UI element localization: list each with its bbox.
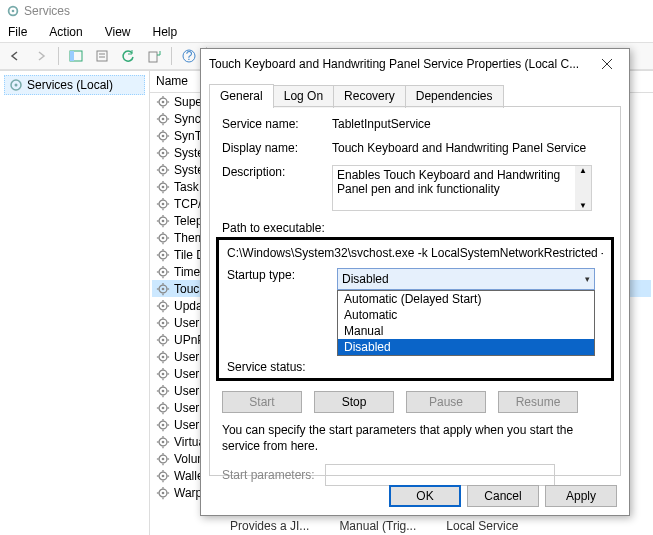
svg-point-80 <box>162 287 165 290</box>
svg-point-116 <box>162 389 165 392</box>
start-params-hint: You can specify the start parameters tha… <box>222 423 608 454</box>
properties-button[interactable] <box>91 45 113 67</box>
gear-icon <box>156 180 170 194</box>
chevron-down-icon: ▾ <box>585 274 590 284</box>
svg-point-26 <box>162 134 165 137</box>
dialog-titlebar: Touch Keyboard and Handwriting Panel Ser… <box>201 49 629 79</box>
svg-rect-7 <box>149 52 157 62</box>
svg-text:?: ? <box>186 49 193 63</box>
gear-icon <box>156 452 170 466</box>
label-display-name: Display name: <box>222 141 332 155</box>
description-box: Enables Touch Keyboard and Handwriting P… <box>332 165 592 211</box>
svg-point-32 <box>162 151 165 154</box>
tab-general[interactable]: General <box>209 84 274 107</box>
gear-icon <box>156 435 170 449</box>
label-service-name: Service name: <box>222 117 332 131</box>
description-scrollbar[interactable]: ▲ ▼ <box>575 166 591 210</box>
show-hide-tree-button[interactable] <box>65 45 87 67</box>
ok-button[interactable]: OK <box>389 485 461 507</box>
resume-button[interactable]: Resume <box>498 391 578 413</box>
svg-point-12 <box>15 84 18 87</box>
refresh-button[interactable] <box>117 45 139 67</box>
startup-type-combobox[interactable]: Disabled ▾ <box>337 268 595 290</box>
svg-rect-3 <box>70 51 74 61</box>
menu-view[interactable]: View <box>101 23 135 41</box>
value-path: C:\Windows\System32\svchost.exe -k Local… <box>227 246 603 260</box>
gear-icon <box>156 214 170 228</box>
export-button[interactable] <box>143 45 165 67</box>
menu-help[interactable]: Help <box>149 23 182 41</box>
tab-recovery[interactable]: Recovery <box>333 85 406 108</box>
startup-type-dropdown: Automatic (Delayed Start) Automatic Manu… <box>337 290 595 356</box>
services-icon <box>6 4 24 18</box>
gear-icon <box>156 350 170 364</box>
tab-dependencies[interactable]: Dependencies <box>405 85 504 108</box>
svg-point-62 <box>162 236 165 239</box>
svg-point-68 <box>162 253 165 256</box>
gear-icon <box>156 299 170 313</box>
forward-button[interactable] <box>30 45 52 67</box>
dropdown-option-selected[interactable]: Disabled <box>338 339 594 355</box>
value-description: Enables Touch Keyboard and Handwriting P… <box>337 168 560 196</box>
svg-point-152 <box>162 491 165 494</box>
gear-icon <box>156 333 170 347</box>
svg-point-122 <box>162 406 165 409</box>
apply-button[interactable]: Apply <box>545 485 617 507</box>
gear-icon <box>156 112 170 126</box>
chevron-up-icon: ▲ <box>579 166 587 175</box>
menu-action[interactable]: Action <box>45 23 86 41</box>
gear-icon <box>156 316 170 330</box>
status-description: Provides a JI... <box>230 519 309 533</box>
svg-point-74 <box>162 270 165 273</box>
svg-point-56 <box>162 219 165 222</box>
gear-icon <box>156 265 170 279</box>
start-params-input[interactable] <box>325 464 555 486</box>
gear-icon <box>156 486 170 500</box>
menu-file[interactable]: File <box>4 23 31 41</box>
svg-point-86 <box>162 304 165 307</box>
label-start-params: Start parameters: <box>222 468 315 482</box>
menubar: File Action View Help <box>0 22 653 42</box>
tab-logon[interactable]: Log On <box>273 85 334 108</box>
svg-rect-4 <box>97 51 107 61</box>
close-icon <box>601 58 613 70</box>
status-startup: Manual (Trig... <box>339 519 416 533</box>
label-startup-type: Startup type: <box>227 268 337 356</box>
window-title: Services <box>24 4 70 18</box>
window-titlebar: Services <box>0 0 653 22</box>
gear-icon <box>156 129 170 143</box>
label-service-status: Service status: <box>227 360 337 374</box>
start-button[interactable]: Start <box>222 391 302 413</box>
tab-body-general: Service name: TabletInputService Display… <box>209 106 621 476</box>
stop-button[interactable]: Stop <box>314 391 394 413</box>
tree-pane: Services (Local) <box>0 71 150 535</box>
dropdown-option[interactable]: Manual <box>338 323 594 339</box>
svg-point-128 <box>162 423 165 426</box>
label-description: Description: <box>222 165 332 211</box>
value-display-name: Touch Keyboard and Handwriting Panel Ser… <box>332 141 586 155</box>
tree-root-item[interactable]: Services (Local) <box>4 75 145 95</box>
back-button[interactable] <box>4 45 26 67</box>
gear-icon <box>156 163 170 177</box>
dropdown-option[interactable]: Automatic <box>338 307 594 323</box>
gear-icon <box>156 418 170 432</box>
gear-icon <box>156 282 170 296</box>
dialog-buttons: OK Cancel Apply <box>389 485 617 507</box>
help-button[interactable]: ? <box>178 45 200 67</box>
cancel-button[interactable]: Cancel <box>467 485 539 507</box>
gear-icon <box>156 248 170 262</box>
pause-button[interactable]: Pause <box>406 391 486 413</box>
gear-icon <box>156 231 170 245</box>
svg-point-38 <box>162 168 165 171</box>
dropdown-option[interactable]: Automatic (Delayed Start) <box>338 291 594 307</box>
svg-point-98 <box>162 338 165 341</box>
services-icon <box>9 78 23 92</box>
close-button[interactable] <box>593 53 621 75</box>
svg-point-20 <box>162 117 165 120</box>
svg-point-146 <box>162 474 165 477</box>
value-service-name: TabletInputService <box>332 117 431 131</box>
svg-point-1 <box>12 10 15 13</box>
service-control-buttons: Start Stop Pause Resume <box>222 391 608 413</box>
tree-root-label: Services (Local) <box>27 78 113 92</box>
startup-type-selected: Disabled <box>342 272 389 286</box>
